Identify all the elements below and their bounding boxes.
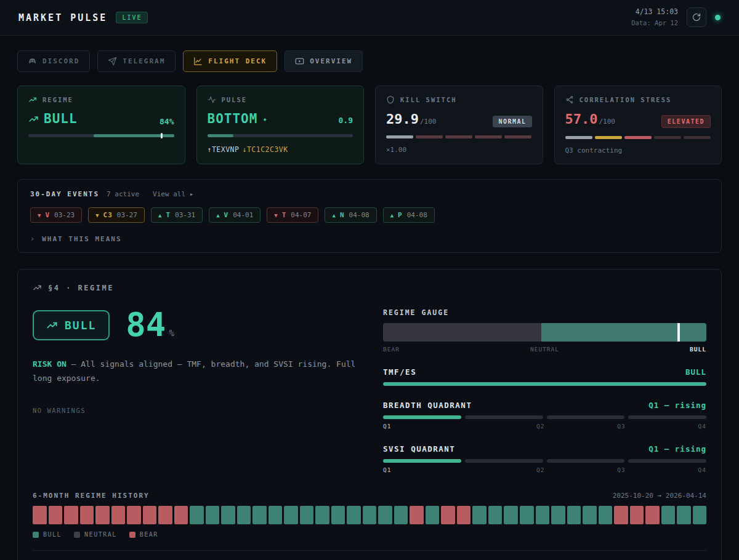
nav-flight-deck-button[interactable]: FLIGHT DECK [183, 50, 277, 72]
history-block-bull [221, 506, 235, 524]
event-chip[interactable]: ▼T04-07 [267, 207, 318, 223]
svsi-segment-q4 [628, 459, 706, 463]
event-code: T [166, 211, 171, 219]
history-block-bull [252, 506, 267, 524]
activity-icon [208, 95, 216, 104]
nav-discord-button[interactable]: DISCORD [17, 50, 90, 72]
triangle-up-icon: ▲ [390, 212, 394, 218]
pulse-bar-fill [208, 134, 234, 137]
breadth-value: Q1 — rising [648, 401, 706, 410]
history-block-bull [567, 506, 581, 524]
history-block-bear [80, 506, 94, 524]
history-block-bull [284, 506, 298, 524]
regime-gauge-marker [677, 323, 680, 342]
history-block-bear [174, 506, 188, 524]
breadth-segment-q4 [628, 415, 706, 419]
regime-summary-lead: RISK ON [33, 359, 67, 369]
event-date: 04-07 [291, 211, 311, 219]
discord-icon [28, 57, 37, 66]
kill-switch-multiplier: ×1.00 [386, 146, 532, 154]
events-header: 30-DAY EVENTS 7 active View all ▸ [30, 190, 709, 198]
history-block-bear [630, 506, 644, 524]
trend-up-icon [28, 114, 39, 124]
event-chip[interactable]: ▲N04-08 [325, 207, 376, 223]
meter-segment [416, 135, 443, 138]
regime-badge-row: BULL 84% [33, 308, 356, 342]
triangle-up-icon: ▲ [332, 212, 335, 218]
pulse-bar [208, 134, 353, 137]
event-chip[interactable]: ▼C303-27 [88, 207, 145, 223]
nav-overview-button[interactable]: OVERVIEW [285, 50, 363, 72]
page-content: DISCORD TELEGRAM FLIGHT DECK OVERVIEW RE… [0, 36, 739, 560]
history-block-bear [158, 506, 172, 524]
meter-segment [595, 136, 622, 139]
gauge-tick-bull: BULL [690, 346, 706, 353]
nav-telegram-button[interactable]: TELEGRAM [97, 50, 176, 72]
regime-card-label: REGIME [42, 96, 73, 103]
event-code: T [282, 211, 287, 219]
pulse-down-signal: ↓TC1C2C3VK [242, 145, 288, 154]
kill-switch-denominator: /100 [420, 118, 437, 126]
history-block-bull [394, 506, 408, 524]
regime-history-blocks [33, 506, 706, 524]
nav-discord-label: DISCORD [42, 57, 79, 65]
shield-icon [386, 95, 395, 104]
app-header: MARKET PULSE LIVE 4/13 15:03 Data: Apr 1… [0, 0, 739, 36]
correlation-value-row: 57.0/100 ELEVATED [565, 111, 711, 128]
regime-history-label: 6-MONTH REGIME HISTORY [33, 492, 150, 500]
event-chip[interactable]: ▲T03-31 [151, 207, 203, 223]
legend-swatch-neutral [74, 532, 80, 538]
svsi-label: SVSI QUADRANT [383, 444, 455, 454]
regime-history-header: 6-MONTH REGIME HISTORY 2025-10-20 → 2026… [33, 492, 706, 500]
event-chip[interactable]: ▲P04-08 [383, 207, 435, 223]
events-view-all-link[interactable]: View all ▸ [153, 190, 193, 198]
regime-gauge [383, 323, 706, 342]
breadth-quadrant-segments [383, 415, 706, 419]
refresh-button[interactable] [687, 7, 706, 27]
telegram-icon [108, 57, 117, 66]
regime-summary-rest: — All signals aligned — TMF, breadth, an… [33, 359, 355, 383]
history-block-bear [49, 506, 63, 524]
svsi-quadrant-segments [383, 459, 706, 463]
history-block-bear [410, 506, 424, 524]
event-date: 04-08 [407, 211, 427, 219]
regime-history-legend: BULLNEUTRALBEAR [33, 531, 706, 538]
history-block-bull [661, 506, 676, 524]
history-block-bear [64, 506, 78, 524]
regime-mini-gauge [28, 134, 174, 137]
pulse-card-value-row: BOTTOM ✦ 0.9 [208, 111, 353, 126]
pulse-up-signal: ↑TEXVNP [208, 145, 240, 154]
triangle-up-icon: ▲ [216, 212, 219, 218]
breadth-quadrant-tick: Q1 [383, 423, 464, 430]
events-active-count: 7 active [107, 190, 139, 198]
history-block-bear [614, 506, 628, 524]
correlation-status-badge: ELEVATED [661, 115, 711, 128]
event-chip[interactable]: ▼V03-23 [30, 207, 82, 223]
svsi-row-header: SVSI QUADRANT Q1 — rising [383, 444, 706, 454]
breadth-segment-q3 [547, 415, 625, 419]
chart-line-icon [193, 57, 203, 66]
regime-gauge-label: REGIME GAUGE [383, 308, 706, 317]
history-block-bull [206, 506, 220, 524]
gauge-tick-bear: BEAR [383, 346, 400, 353]
history-block-bear [143, 506, 157, 524]
event-date: 03-31 [175, 211, 195, 219]
kill-switch-card: KILL SWITCH 29.9/100 NORMAL ×1.00 [375, 86, 543, 164]
history-block-bear [645, 506, 660, 524]
legend-label: BULL [43, 531, 62, 538]
trend-up-icon [28, 95, 37, 104]
meter-segment [654, 136, 681, 139]
history-block-bull [536, 506, 550, 524]
pulse-card-label: PULSE [222, 96, 248, 103]
tmf-bar [383, 382, 706, 386]
event-date: 04-01 [233, 211, 253, 219]
event-chip[interactable]: ▲V04-01 [209, 207, 260, 223]
regime-state-label: BULL [65, 319, 96, 332]
events-panel: 30-DAY EVENTS 7 active View all ▸ ▼V03-2… [17, 179, 722, 253]
triangle-up-icon: ▲ [158, 212, 161, 218]
tmf-row-header: TMF/ES BULL [383, 367, 706, 377]
breadth-label: BREADTH QUADRANT [383, 401, 472, 410]
svsi-quadrant-tick: Q1 [383, 466, 464, 473]
events-what-this-means-toggle[interactable]: › WHAT THIS MEANS [30, 234, 709, 243]
regime-what-this-means-toggle[interactable]: › WHAT THIS MEANS [33, 550, 706, 560]
